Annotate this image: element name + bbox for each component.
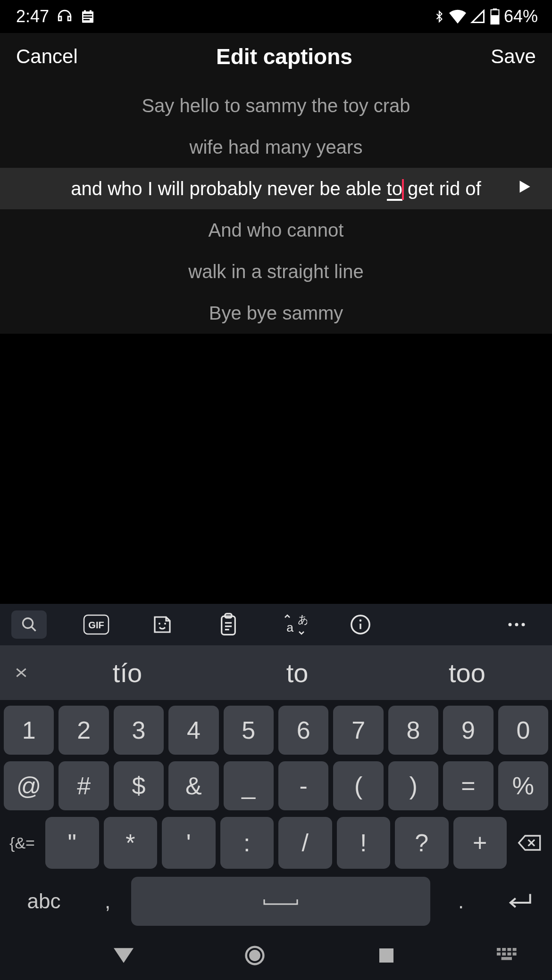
svg-point-19 [360, 619, 362, 622]
caption-line[interactable]: wife had many years [0, 126, 552, 168]
app-screen: Cancel Edit captions Save Say hello to s… [0, 33, 552, 334]
keyboard: GIF aあ tío to too [0, 604, 552, 980]
key-star[interactable]: * [104, 817, 158, 869]
status-time: 2:47 [16, 7, 49, 26]
caption-line[interactable]: walk in a straight line [0, 251, 552, 292]
svg-rect-14 [222, 616, 235, 634]
status-bar: 2:47 64% [0, 0, 552, 33]
key-plus[interactable]: + [453, 817, 507, 869]
key-percent[interactable]: % [498, 761, 548, 810]
svg-rect-32 [507, 953, 511, 955]
bluetooth-icon [433, 8, 445, 25]
svg-rect-5 [90, 10, 92, 13]
svg-point-22 [522, 623, 525, 626]
key-3[interactable]: 3 [114, 706, 164, 755]
caption-line[interactable]: Say hello to sammy the toy crab [0, 85, 552, 126]
key-paren-open[interactable]: ( [333, 761, 383, 810]
caption-line[interactable]: And who cannot [0, 209, 552, 251]
key-8[interactable]: 8 [388, 706, 438, 755]
key-dash[interactable]: - [278, 761, 328, 810]
kb-more-button[interactable] [500, 610, 533, 639]
suggestion-collapse-button[interactable] [0, 662, 42, 683]
wifi-icon [449, 9, 466, 24]
svg-rect-8 [491, 15, 499, 25]
svg-rect-34 [502, 957, 512, 960]
cancel-button[interactable]: Cancel [16, 45, 78, 68]
key-dollar[interactable]: $ [114, 761, 164, 810]
svg-rect-28 [507, 948, 511, 951]
svg-rect-29 [513, 948, 517, 951]
status-left: 2:47 [16, 7, 95, 26]
save-button[interactable]: Save [491, 45, 536, 68]
key-more-symbols[interactable]: {&= [4, 817, 41, 869]
kb-info-button[interactable] [344, 610, 377, 639]
key-4[interactable]: 4 [168, 706, 218, 755]
key-period[interactable]: . [435, 875, 487, 927]
kb-search-button[interactable] [11, 610, 47, 639]
key-2[interactable]: 2 [59, 706, 109, 755]
svg-rect-30 [497, 953, 501, 955]
key-7[interactable]: 7 [333, 706, 383, 755]
svg-point-13 [164, 623, 166, 625]
suggestion-item[interactable]: to [212, 658, 382, 688]
key-hash[interactable]: # [59, 761, 109, 810]
svg-point-20 [509, 623, 512, 626]
suggestion-bar: tío to too [0, 645, 552, 700]
key-enter[interactable] [492, 875, 548, 927]
svg-rect-3 [84, 19, 90, 20]
key-backspace[interactable] [511, 817, 548, 869]
caption-editing-text[interactable]: and who I will probably never be able to… [71, 178, 481, 199]
battery-icon [490, 8, 500, 25]
caption-list: Say hello to sammy the toy crab wife had… [0, 80, 552, 334]
play-icon[interactable] [515, 178, 533, 200]
nav-back-button[interactable] [93, 948, 154, 963]
key-space[interactable] [131, 877, 430, 926]
svg-point-21 [515, 623, 519, 626]
svg-rect-4 [84, 10, 86, 13]
caption-line[interactable]: Bye bye sammy [0, 292, 552, 334]
key-apostrophe[interactable]: ' [162, 817, 216, 869]
svg-text:GIF: GIF [88, 620, 104, 630]
header: Cancel Edit captions Save [0, 33, 552, 80]
key-9[interactable]: 9 [443, 706, 493, 755]
key-6[interactable]: 6 [278, 706, 328, 755]
kb-gif-button[interactable]: GIF [80, 610, 113, 639]
svg-text:あ: あ [298, 613, 307, 626]
key-underscore[interactable]: _ [224, 761, 274, 810]
svg-point-12 [159, 623, 160, 625]
suggestion-item[interactable]: too [382, 658, 552, 688]
key-abc[interactable]: abc [4, 875, 84, 927]
cell-signal-icon [470, 9, 486, 24]
svg-rect-31 [502, 953, 506, 955]
key-colon[interactable]: : [220, 817, 274, 869]
key-grid: 1 2 3 4 5 6 7 8 9 0 @ # $ & _ - ( ) = % … [0, 700, 552, 980]
svg-rect-2 [84, 16, 92, 18]
nav-keyboard-switch-button[interactable] [487, 948, 529, 963]
kb-clipboard-button[interactable] [212, 610, 245, 639]
key-slash[interactable]: / [278, 817, 332, 869]
kb-translate-button[interactable]: aあ [278, 610, 311, 639]
key-equals[interactable]: = [443, 761, 493, 810]
svg-text:a: a [286, 620, 293, 634]
svg-rect-1 [84, 14, 92, 16]
key-5[interactable]: 5 [224, 706, 274, 755]
key-1[interactable]: 1 [4, 706, 54, 755]
key-amp[interactable]: & [168, 761, 218, 810]
key-question[interactable]: ? [395, 817, 449, 869]
svg-rect-33 [513, 953, 517, 955]
key-paren-close[interactable]: ) [388, 761, 438, 810]
svg-point-24 [249, 950, 260, 961]
caption-line-active[interactable]: and who I will probably never be able to… [0, 168, 552, 209]
key-bang[interactable]: ! [337, 817, 391, 869]
keyboard-toolbar: GIF aあ [0, 604, 552, 645]
headphones-icon [57, 8, 73, 25]
kb-sticker-button[interactable] [146, 610, 179, 639]
key-comma[interactable]: , [89, 875, 126, 927]
key-0[interactable]: 0 [498, 706, 548, 755]
system-nav-bar [4, 934, 548, 977]
nav-home-button[interactable] [224, 945, 285, 966]
suggestion-item[interactable]: tío [42, 658, 212, 688]
key-at[interactable]: @ [4, 761, 54, 810]
nav-recent-button[interactable] [356, 947, 417, 964]
key-quote[interactable]: " [45, 817, 99, 869]
